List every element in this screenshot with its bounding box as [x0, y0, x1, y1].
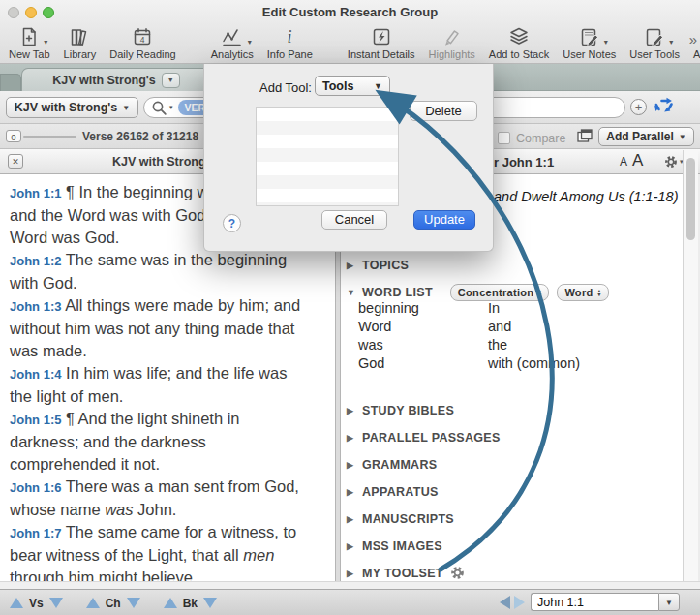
right-scrollbar[interactable]	[683, 150, 698, 581]
section-topics[interactable]: ▶TOPICS	[341, 258, 684, 272]
toolbar-item-user-notes[interactable]: ▾User Notes	[556, 24, 623, 60]
window-chrome: Edit Custom Research Group ▾New TabLibra…	[0, 0, 700, 64]
disclosure-triangle-icon[interactable]: ▶	[347, 514, 355, 524]
bottom-bar: VsChBk John 1:1 ▼	[0, 589, 700, 615]
section-apparatus[interactable]: ▶APPARATUS	[341, 484, 684, 499]
compare-checkbox[interactable]	[498, 132, 510, 144]
right-scrollbar-thumb[interactable]	[686, 158, 695, 240]
my-toolset-gear-icon[interactable]	[450, 566, 465, 580]
section-label: TOPICS	[362, 259, 409, 272]
chevron-down-icon: ▼	[374, 81, 382, 91]
disclosure-triangle-icon[interactable]: ▶	[347, 433, 355, 443]
verse-status-text: Verse 26162 of 31218	[82, 130, 198, 143]
toolbar-item-new-tab[interactable]: ▾New Tab	[2, 24, 57, 60]
verse-reference[interactable]: John 1:5	[10, 413, 61, 427]
toolbar-overflow-chevron-icon[interactable]: »	[689, 31, 695, 47]
toolbar-item-label: User Tools	[629, 48, 680, 60]
section-my-toolset[interactable]: ▶MY TOOLSET	[341, 566, 684, 580]
bk-next-icon[interactable]	[203, 598, 217, 608]
disclosure-triangle-icon[interactable]: ▶	[347, 569, 355, 578]
library-icon	[69, 24, 90, 47]
history-back-icon[interactable]	[500, 596, 510, 609]
tab-kjv-with-strongs[interactable]: KJV with Strong's ▼	[21, 68, 211, 91]
pane-overlay-icon[interactable]	[577, 129, 593, 147]
decrease-font-button[interactable]: A	[620, 155, 627, 169]
toolbar-item-add-to-stack[interactable]: Add to Stack	[482, 24, 556, 60]
update-button[interactable]: Update	[413, 210, 475, 230]
vs-previous-icon[interactable]	[10, 598, 23, 608]
toolbar-item-user-tools[interactable]: ▾User Tools	[623, 24, 686, 60]
module-dropdown-label: KJV with Strong's	[15, 101, 117, 114]
disclosure-triangle-icon[interactable]: ▶	[347, 460, 355, 470]
word-cell: God	[358, 355, 384, 371]
verse-slider[interactable]	[23, 136, 76, 138]
word-list-popup-word[interactable]: Word▴▾	[557, 284, 608, 301]
section-label: PARALLEL PASSAGES	[362, 431, 501, 445]
section-label: STUDY BIBLES	[362, 404, 454, 417]
tab-menu-button[interactable]: ▼	[162, 73, 180, 88]
verse-reference[interactable]: John 1:6	[10, 480, 61, 495]
increase-font-button[interactable]: A	[632, 151, 643, 170]
section-grammars[interactable]: ▶GRAMMARS	[341, 457, 684, 472]
disclosure-triangle-icon[interactable]: ▶	[347, 487, 355, 497]
vs-next-icon[interactable]	[49, 598, 63, 608]
ch-previous-icon[interactable]	[86, 598, 100, 608]
section-mss-images[interactable]: ▶MSS IMAGES	[341, 538, 684, 553]
verse-reference[interactable]: John 1:7	[10, 526, 61, 540]
help-button[interactable]: ?	[223, 214, 241, 232]
add-tool-label: Add Tool:	[259, 80, 312, 95]
reference-input[interactable]: John 1:1	[531, 593, 658, 611]
info-icon: i	[283, 24, 296, 47]
section-manuscripts[interactable]: ▶MANUSCRIPTS	[341, 511, 684, 526]
highlighter-icon	[441, 24, 463, 47]
nav-label-vs: Vs	[29, 597, 44, 610]
verse-reference[interactable]: John 1:1	[10, 186, 61, 200]
toolbar-item-instant-details[interactable]: Instant Details	[341, 24, 422, 60]
toolbar-item-info-pane[interactable]: iInfo Pane	[260, 24, 320, 60]
add-tool-popup[interactable]: Tools ▼	[315, 76, 390, 96]
word-list-row: Godwith (common)	[341, 354, 684, 373]
toolbar-item-highlights[interactable]: Highlights	[422, 24, 482, 60]
ch-next-icon[interactable]	[127, 598, 140, 608]
disclosure-triangle-icon[interactable]: ▼	[347, 288, 355, 297]
search-icon[interactable]: ▾	[151, 100, 173, 116]
verse: John 1:7 The same came for a witness, to…	[10, 521, 331, 581]
verse-reference[interactable]: John 1:3	[10, 299, 61, 314]
disclosure-triangle-icon[interactable]: ▶	[347, 541, 355, 551]
section-label: MY TOOLSET	[362, 567, 443, 580]
history-forward-icon[interactable]	[514, 596, 525, 609]
toolbar-item-label: Instant Details	[348, 48, 415, 60]
chevron-down-icon: ▼	[122, 104, 130, 112]
verse-reference[interactable]: John 1:4	[10, 367, 61, 382]
disclosure-triangle-icon[interactable]: ▶	[347, 406, 355, 415]
word-list-popup-concentration[interactable]: Concentration▴▾	[450, 284, 550, 301]
analytics-icon: ▾	[221, 24, 244, 47]
delete-button[interactable]: Delete	[410, 101, 477, 121]
add-parallel-button[interactable]: Add Parallel ▼	[598, 127, 694, 146]
section-study-bibles[interactable]: ▶STUDY BIBLES	[341, 403, 684, 417]
section-label: APPARATUS	[362, 485, 439, 499]
verse: John 1:4 In him was life; and the life w…	[10, 362, 331, 408]
bk-previous-icon[interactable]	[164, 598, 177, 608]
pane-settings-gear-icon[interactable]: ▾	[664, 155, 684, 169]
add-tool-popup-value: Tools	[322, 79, 353, 93]
verse-reference[interactable]: John 1:2	[10, 254, 61, 268]
module-dropdown-button[interactable]: KJV with Strong's ▼	[6, 97, 138, 118]
verse: John 1:2 The same was in the beginningwi…	[10, 249, 331, 294]
add-search-criteria-button[interactable]: +	[630, 99, 647, 115]
amplify-triangle-icon[interactable]	[654, 97, 677, 122]
edit-custom-research-group-dialog: Add Tool: Tools ▼ Delete ? Cancel Update	[203, 64, 494, 252]
cancel-button[interactable]: Cancel	[321, 210, 387, 230]
disclosure-triangle-icon[interactable]: ▶	[347, 261, 355, 270]
toolbar-item-library[interactable]: Library	[57, 24, 104, 60]
tool-listbox[interactable]	[256, 107, 399, 206]
toolbar-item-analytics[interactable]: ▾Analytics	[204, 24, 260, 60]
toolbar-item-label: Info Pane	[267, 48, 313, 60]
window-title: Edit Custom Research Group	[0, 5, 700, 19]
reference-dropdown-button[interactable]: ▼	[658, 593, 680, 611]
section-word-list[interactable]: ▼WORD LISTConcentration▴▾Word▴▾	[341, 285, 684, 299]
word-list-row: wasthe	[341, 336, 684, 354]
section-parallel-passages[interactable]: ▶PARALLEL PASSAGES	[341, 430, 684, 445]
toolbar-item-daily-reading[interactable]: 4Daily Reading	[103, 24, 182, 60]
add-parallel-label: Add Parallel	[606, 130, 673, 143]
